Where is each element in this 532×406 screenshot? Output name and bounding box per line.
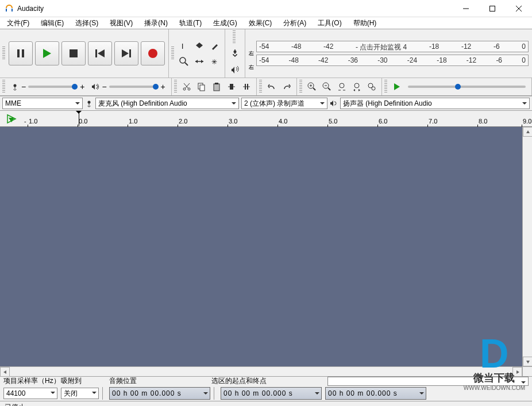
svg-marker-57 <box>526 361 530 364</box>
play-at-speed-button[interactable] <box>390 79 404 94</box>
play-at-speed-toolbar <box>382 78 532 95</box>
vertical-scrollbar[interactable] <box>522 127 532 366</box>
record-button[interactable] <box>141 41 165 65</box>
svg-marker-18 <box>195 60 198 63</box>
play-meter-icon[interactable] <box>228 61 242 76</box>
meters: 左右 -54-48-42- 点击开始监视 4-18-12-60 左右 -54-4… <box>245 29 532 78</box>
mic-device-icon <box>85 99 93 107</box>
timeline-ruler[interactable]: 1.00.01.02.03.04.05.06.07.08.09.0- <box>0 111 532 127</box>
menu-help[interactable]: 帮助(H) <box>349 17 381 29</box>
silence-button[interactable] <box>239 79 254 94</box>
menu-transport[interactable]: 播录(N) <box>140 17 172 29</box>
rec-vol-icon <box>11 83 19 91</box>
undo-button[interactable] <box>264 79 279 94</box>
svg-point-53 <box>88 101 91 104</box>
zoom-in-button[interactable] <box>304 79 319 94</box>
maximize-button[interactable] <box>479 0 506 17</box>
toolbar-area: I ✳ 左右 -54-48-42- 点击开始监视 4-18-12-60 <box>0 29 532 96</box>
recording-meter[interactable]: -54-48-42- 点击开始监视 4-18-12-60 <box>256 41 529 52</box>
svg-marker-6 <box>43 49 51 58</box>
timeshift-tool[interactable] <box>192 54 207 69</box>
svg-marker-14 <box>196 42 203 48</box>
window-title: Audacity <box>17 5 453 13</box>
menu-effect[interactable]: 效果(C) <box>244 17 277 29</box>
playback-meter[interactable]: -54-48-42-36-30-24-18-12-60 <box>256 55 529 66</box>
trim-button[interactable] <box>224 79 239 94</box>
menu-tools[interactable]: 工具(O) <box>313 17 346 29</box>
playback-device-select[interactable]: 扬声器 (High Definition Audio <box>340 98 530 109</box>
playback-speed-slider[interactable] <box>408 86 526 88</box>
envelope-tool[interactable] <box>192 38 207 53</box>
svg-line-42 <box>328 88 330 90</box>
recording-volume-slider[interactable] <box>28 86 78 88</box>
playback-volume-slider[interactable] <box>109 86 159 88</box>
redo-button[interactable] <box>279 79 294 94</box>
menu-view[interactable]: 视图(V) <box>105 17 137 29</box>
menu-file[interactable]: 文件(F) <box>2 17 34 29</box>
app-logo-icon <box>5 4 14 13</box>
zoom-out-button[interactable] <box>319 79 334 94</box>
svg-rect-36 <box>247 84 248 90</box>
playhead-cursor[interactable] <box>79 112 79 126</box>
audio-host-select[interactable]: MME <box>2 98 83 109</box>
stop-button[interactable] <box>61 41 86 65</box>
minimize-button[interactable] <box>453 0 479 17</box>
menu-tracks[interactable]: 轨道(T) <box>175 17 206 29</box>
menu-select[interactable]: 选择(S) <box>71 17 103 29</box>
draw-tool[interactable] <box>207 38 222 53</box>
play-vol-icon <box>91 83 99 91</box>
selection-start-box[interactable]: 00 h 00 m 00.000 s <box>221 387 322 400</box>
menu-edit[interactable]: 编辑(E) <box>36 17 68 29</box>
svg-marker-58 <box>3 370 6 374</box>
close-button[interactable] <box>506 0 532 17</box>
svg-point-21 <box>234 51 237 53</box>
svg-point-51 <box>372 87 375 90</box>
svg-rect-8 <box>95 49 97 57</box>
cut-button[interactable] <box>179 79 194 94</box>
fit-selection-button[interactable] <box>334 79 349 94</box>
selection-tool[interactable]: I <box>176 38 191 53</box>
svg-point-44 <box>340 83 344 88</box>
svg-marker-19 <box>201 60 203 63</box>
rec-meter-icon[interactable] <box>228 45 242 60</box>
timeline-play-icon <box>6 113 17 125</box>
svg-point-22 <box>14 84 17 87</box>
svg-marker-59 <box>516 370 519 374</box>
zoom-toggle-button[interactable] <box>364 79 379 94</box>
svg-rect-30 <box>215 83 218 84</box>
pause-button[interactable] <box>9 41 33 65</box>
recording-device-select[interactable]: 麦克风 (High Definition Audio <box>95 98 239 109</box>
snap-to-select[interactable]: 关闭 <box>61 388 99 399</box>
paste-button[interactable] <box>209 79 224 94</box>
tools-toolbar: I ✳ <box>169 29 225 78</box>
menu-analyze[interactable]: 分析(A) <box>279 17 311 29</box>
svg-point-15 <box>180 57 186 63</box>
recording-channels-select[interactable]: 2 (立体声) 录制声道 <box>241 98 327 109</box>
play-button[interactable] <box>35 41 59 65</box>
device-toolbar: MME 麦克风 (High Definition Audio 2 (立体声) 录… <box>0 96 532 111</box>
svg-rect-5 <box>22 49 24 57</box>
svg-rect-31 <box>230 84 233 90</box>
meter-icons <box>225 29 245 78</box>
svg-rect-11 <box>129 49 131 57</box>
menu-generate[interactable]: 生成(G) <box>209 17 241 29</box>
undo-toolbar <box>257 78 297 95</box>
skip-end-button[interactable] <box>114 41 138 65</box>
snap-to-label: 吸附到 <box>61 376 102 386</box>
svg-point-12 <box>148 49 157 58</box>
fit-project-button[interactable] <box>349 79 364 94</box>
svg-marker-9 <box>98 49 105 57</box>
horizontal-scrollbar[interactable] <box>0 366 532 376</box>
selection-end-box[interactable]: 00 h 00 m 00.000 s <box>325 387 426 400</box>
copy-button[interactable] <box>194 79 209 94</box>
selection-mode-select[interactable] <box>327 377 529 386</box>
skip-start-button[interactable] <box>88 41 112 65</box>
track-area[interactable] <box>0 127 532 366</box>
svg-line-16 <box>185 63 188 65</box>
audio-position-box[interactable]: 00 h 00 m 00.000 s <box>109 387 210 400</box>
multi-tool[interactable]: ✳ <box>207 54 222 69</box>
svg-rect-4 <box>17 49 20 57</box>
edit-toolbar <box>172 78 257 95</box>
project-rate-select[interactable]: 44100 <box>3 388 57 399</box>
zoom-tool[interactable] <box>176 54 191 69</box>
